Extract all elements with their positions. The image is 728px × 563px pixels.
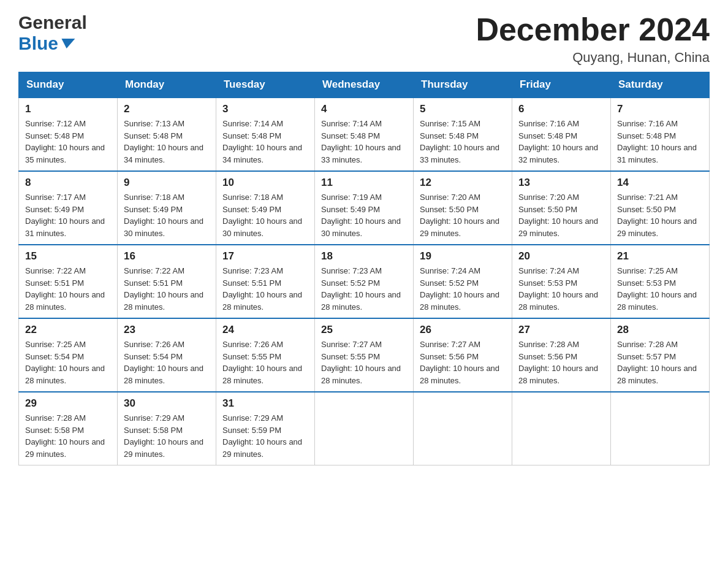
calendar-cell <box>414 392 512 465</box>
calendar-cell: 25Sunrise: 7:27 AMSunset: 5:55 PMDayligh… <box>315 318 414 392</box>
day-info: Sunrise: 7:20 AMSunset: 5:50 PMDaylight:… <box>420 191 506 239</box>
week-row-3: 15Sunrise: 7:22 AMSunset: 5:51 PMDayligh… <box>19 245 710 318</box>
day-header-thursday: Thursday <box>414 72 512 98</box>
calendar-cell: 24Sunrise: 7:26 AMSunset: 5:55 PMDayligh… <box>216 318 315 392</box>
calendar-cell: 29Sunrise: 7:28 AMSunset: 5:58 PMDayligh… <box>19 392 118 465</box>
day-number: 8 <box>25 177 111 189</box>
day-number: 5 <box>420 103 506 115</box>
calendar-cell: 4Sunrise: 7:14 AMSunset: 5:48 PMDaylight… <box>315 98 414 171</box>
day-number: 15 <box>25 250 111 262</box>
day-info: Sunrise: 7:27 AMSunset: 5:55 PMDaylight:… <box>321 339 407 386</box>
calendar-cell: 10Sunrise: 7:18 AMSunset: 5:49 PMDayligh… <box>216 171 315 245</box>
calendar-cell: 17Sunrise: 7:23 AMSunset: 5:51 PMDayligh… <box>216 245 315 318</box>
day-number: 26 <box>420 324 506 336</box>
calendar-cell: 28Sunrise: 7:28 AMSunset: 5:57 PMDayligh… <box>611 318 710 392</box>
day-info: Sunrise: 7:29 AMSunset: 5:58 PMDaylight:… <box>124 412 210 460</box>
title-section: December 2024 Quyang, Hunan, China <box>476 12 710 66</box>
day-number: 11 <box>321 177 407 189</box>
day-info: Sunrise: 7:23 AMSunset: 5:52 PMDaylight:… <box>321 265 407 313</box>
day-info: Sunrise: 7:25 AMSunset: 5:54 PMDaylight:… <box>25 339 111 386</box>
day-number: 18 <box>321 250 407 262</box>
calendar-cell: 14Sunrise: 7:21 AMSunset: 5:50 PMDayligh… <box>611 171 710 245</box>
day-info: Sunrise: 7:21 AMSunset: 5:50 PMDaylight:… <box>617 191 703 239</box>
calendar-cell: 7Sunrise: 7:16 AMSunset: 5:48 PMDaylight… <box>611 98 710 171</box>
day-number: 16 <box>124 250 210 262</box>
day-number: 13 <box>518 177 604 189</box>
day-info: Sunrise: 7:18 AMSunset: 5:49 PMDaylight:… <box>222 191 308 239</box>
day-number: 21 <box>617 250 703 262</box>
day-info: Sunrise: 7:28 AMSunset: 5:56 PMDaylight:… <box>518 339 604 386</box>
day-info: Sunrise: 7:20 AMSunset: 5:50 PMDaylight:… <box>518 191 604 239</box>
calendar-cell: 12Sunrise: 7:20 AMSunset: 5:50 PMDayligh… <box>414 171 512 245</box>
calendar-cell: 13Sunrise: 7:20 AMSunset: 5:50 PMDayligh… <box>512 171 611 245</box>
logo-triangle-icon <box>60 39 75 48</box>
calendar-cell: 23Sunrise: 7:26 AMSunset: 5:54 PMDayligh… <box>118 318 216 392</box>
day-header-monday: Monday <box>118 72 216 98</box>
day-info: Sunrise: 7:23 AMSunset: 5:51 PMDaylight:… <box>222 265 308 313</box>
day-number: 22 <box>25 324 111 336</box>
calendar-cell: 3Sunrise: 7:14 AMSunset: 5:48 PMDaylight… <box>216 98 315 171</box>
calendar-cell: 5Sunrise: 7:15 AMSunset: 5:48 PMDaylight… <box>414 98 512 171</box>
calendar-cell: 27Sunrise: 7:28 AMSunset: 5:56 PMDayligh… <box>512 318 611 392</box>
week-row-5: 29Sunrise: 7:28 AMSunset: 5:58 PMDayligh… <box>19 392 710 465</box>
day-number: 20 <box>518 250 604 262</box>
day-info: Sunrise: 7:22 AMSunset: 5:51 PMDaylight:… <box>124 265 210 313</box>
day-info: Sunrise: 7:25 AMSunset: 5:53 PMDaylight:… <box>617 265 703 313</box>
calendar-cell: 26Sunrise: 7:27 AMSunset: 5:56 PMDayligh… <box>414 318 512 392</box>
week-row-4: 22Sunrise: 7:25 AMSunset: 5:54 PMDayligh… <box>19 318 710 392</box>
day-info: Sunrise: 7:18 AMSunset: 5:49 PMDaylight:… <box>124 191 210 239</box>
day-number: 10 <box>222 177 308 189</box>
day-info: Sunrise: 7:28 AMSunset: 5:58 PMDaylight:… <box>25 412 111 460</box>
day-number: 12 <box>420 177 506 189</box>
calendar-cell: 9Sunrise: 7:18 AMSunset: 5:49 PMDaylight… <box>118 171 216 245</box>
calendar-cell: 30Sunrise: 7:29 AMSunset: 5:58 PMDayligh… <box>118 392 216 465</box>
day-header-wednesday: Wednesday <box>315 72 414 98</box>
day-number: 6 <box>518 103 604 115</box>
calendar-cell: 11Sunrise: 7:19 AMSunset: 5:49 PMDayligh… <box>315 171 414 245</box>
day-info: Sunrise: 7:17 AMSunset: 5:49 PMDaylight:… <box>25 191 111 239</box>
calendar-cell: 20Sunrise: 7:24 AMSunset: 5:53 PMDayligh… <box>512 245 611 318</box>
day-number: 27 <box>518 324 604 336</box>
calendar-cell: 8Sunrise: 7:17 AMSunset: 5:49 PMDaylight… <box>19 171 118 245</box>
day-info: Sunrise: 7:14 AMSunset: 5:48 PMDaylight:… <box>222 118 308 166</box>
day-number: 25 <box>321 324 407 336</box>
day-number: 7 <box>617 103 703 115</box>
day-number: 1 <box>25 103 111 115</box>
day-info: Sunrise: 7:19 AMSunset: 5:49 PMDaylight:… <box>321 191 407 239</box>
day-number: 23 <box>124 324 210 336</box>
day-number: 2 <box>124 103 210 115</box>
day-info: Sunrise: 7:16 AMSunset: 5:48 PMDaylight:… <box>518 118 604 166</box>
calendar-cell: 15Sunrise: 7:22 AMSunset: 5:51 PMDayligh… <box>19 245 118 318</box>
calendar-cell: 6Sunrise: 7:16 AMSunset: 5:48 PMDaylight… <box>512 98 611 171</box>
day-number: 31 <box>222 397 308 410</box>
day-info: Sunrise: 7:15 AMSunset: 5:48 PMDaylight:… <box>420 118 506 166</box>
calendar-cell: 16Sunrise: 7:22 AMSunset: 5:51 PMDayligh… <box>118 245 216 318</box>
day-info: Sunrise: 7:28 AMSunset: 5:57 PMDaylight:… <box>617 339 703 386</box>
day-header-tuesday: Tuesday <box>216 72 315 98</box>
calendar-cell: 21Sunrise: 7:25 AMSunset: 5:53 PMDayligh… <box>611 245 710 318</box>
calendar-cell <box>512 392 611 465</box>
calendar-cell: 19Sunrise: 7:24 AMSunset: 5:52 PMDayligh… <box>414 245 512 318</box>
calendar-cell: 18Sunrise: 7:23 AMSunset: 5:52 PMDayligh… <box>315 245 414 318</box>
day-info: Sunrise: 7:22 AMSunset: 5:51 PMDaylight:… <box>25 265 111 313</box>
day-number: 24 <box>222 324 308 336</box>
day-header-friday: Friday <box>512 72 611 98</box>
week-row-2: 8Sunrise: 7:17 AMSunset: 5:49 PMDaylight… <box>19 171 710 245</box>
calendar-cell: 2Sunrise: 7:13 AMSunset: 5:48 PMDaylight… <box>118 98 216 171</box>
day-number: 17 <box>222 250 308 262</box>
calendar-cell: 22Sunrise: 7:25 AMSunset: 5:54 PMDayligh… <box>19 318 118 392</box>
day-info: Sunrise: 7:13 AMSunset: 5:48 PMDaylight:… <box>124 118 210 166</box>
calendar-header-row: SundayMondayTuesdayWednesdayThursdayFrid… <box>19 72 710 98</box>
day-info: Sunrise: 7:27 AMSunset: 5:56 PMDaylight:… <box>420 339 506 386</box>
calendar-table: SundayMondayTuesdayWednesdayThursdayFrid… <box>18 72 710 465</box>
day-number: 9 <box>124 177 210 189</box>
day-info: Sunrise: 7:16 AMSunset: 5:48 PMDaylight:… <box>617 118 703 166</box>
calendar-cell <box>611 392 710 465</box>
page-header: General Blue December 2024 Quyang, Hunan… <box>18 12 710 66</box>
day-info: Sunrise: 7:14 AMSunset: 5:48 PMDaylight:… <box>321 118 407 166</box>
month-title: December 2024 <box>476 12 710 47</box>
logo-general: General <box>18 12 87 33</box>
day-info: Sunrise: 7:12 AMSunset: 5:48 PMDaylight:… <box>25 118 111 166</box>
calendar-cell: 1Sunrise: 7:12 AMSunset: 5:48 PMDaylight… <box>19 98 118 171</box>
day-info: Sunrise: 7:24 AMSunset: 5:52 PMDaylight:… <box>420 265 506 313</box>
